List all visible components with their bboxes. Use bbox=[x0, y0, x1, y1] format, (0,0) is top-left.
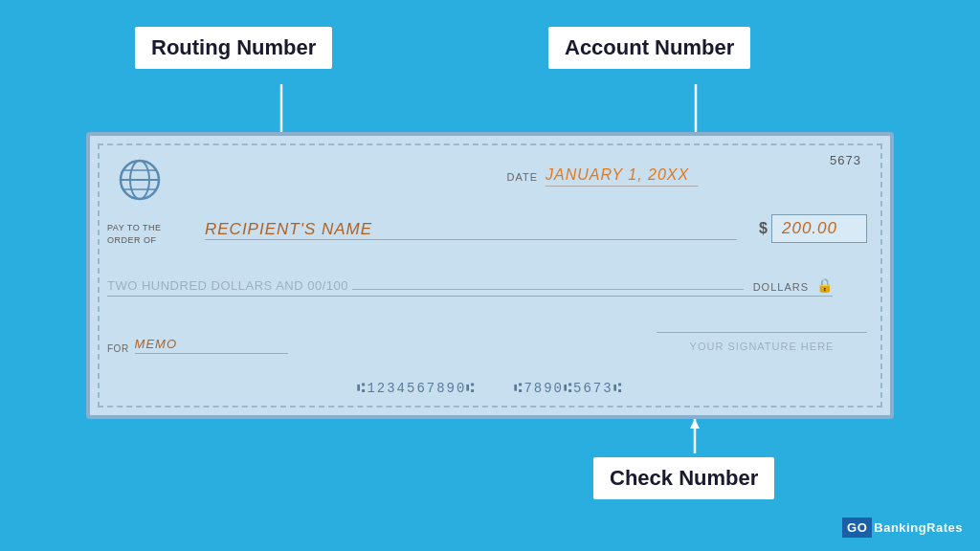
dollar-sign: $ bbox=[759, 220, 768, 237]
lock-icon: 🔒 bbox=[816, 277, 833, 293]
routing-number-label: Routing Number bbox=[135, 27, 332, 69]
micr-account-number: ⑆7890⑆5673⑆ bbox=[514, 381, 622, 396]
globe-icon bbox=[119, 159, 161, 201]
svg-marker-11 bbox=[690, 419, 700, 429]
memo-area: FOR MEMO bbox=[107, 337, 288, 354]
recipient-area: RECIPIENT'S NAME bbox=[205, 220, 737, 240]
account-number-label: Account Number bbox=[548, 27, 750, 69]
for-label: FOR bbox=[107, 343, 129, 354]
written-amount-text: TWO HUNDRED DOLLARS AND 00/100 bbox=[107, 278, 348, 293]
branding: GO BankingRates bbox=[842, 518, 963, 538]
micr-routing-number: ⑆1234567890⑆ bbox=[357, 381, 476, 396]
signature-area: YOUR SIGNATURE HERE bbox=[657, 332, 867, 354]
memo-value: MEMO bbox=[135, 337, 288, 354]
dollar-area: $ 200.00 bbox=[759, 214, 867, 243]
dollars-label: DOLLARS bbox=[753, 281, 809, 293]
branding-name: BankingRates bbox=[874, 520, 963, 535]
check-inner-border bbox=[98, 143, 882, 408]
amount-line bbox=[352, 289, 744, 290]
amount-box: 200.00 bbox=[771, 214, 867, 243]
check-number-value: 5673 bbox=[830, 153, 861, 167]
date-label: DATE bbox=[506, 171, 538, 183]
pay-to-label: PAY TO THE ORDER OF bbox=[107, 222, 162, 246]
branding-go: GO bbox=[842, 518, 872, 538]
recipient-name: RECIPIENT'S NAME bbox=[205, 220, 372, 241]
check-number-label: Check Number bbox=[593, 457, 774, 499]
check: 5673 DATE JANUARY 1, 20XX PAY TO THE ORD… bbox=[86, 132, 894, 419]
micr-line: ⑆1234567890⑆ ⑆7890⑆5673⑆ bbox=[186, 381, 794, 396]
pay-to-area: PAY TO THE ORDER OF bbox=[107, 222, 162, 246]
written-amount-area: TWO HUNDRED DOLLARS AND 00/100 DOLLARS 🔒 bbox=[107, 277, 833, 297]
date-value: JANUARY 1, 20XX bbox=[546, 166, 699, 187]
signature-text: YOUR SIGNATURE HERE bbox=[690, 341, 835, 352]
date-area: DATE JANUARY 1, 20XX bbox=[506, 166, 699, 187]
